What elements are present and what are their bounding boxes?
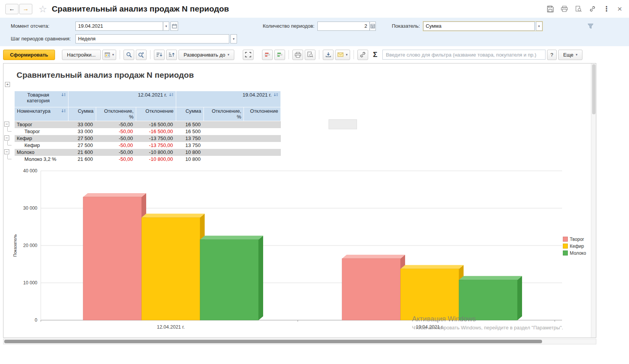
row-name-cell[interactable]: Молоко	[15, 149, 68, 156]
calendar-button[interactable]	[170, 22, 178, 31]
row-value-cell[interactable]: 33 000	[68, 128, 96, 135]
toolbar-print-button[interactable]	[292, 50, 303, 60]
row-name-cell[interactable]: Творог	[15, 121, 68, 128]
download-button[interactable]	[323, 50, 334, 60]
get-link-button[interactable]	[357, 50, 368, 60]
help-button[interactable]: ?	[547, 50, 557, 60]
filter-funnel-icon[interactable]	[587, 23, 594, 29]
row-value-cell[interactable]	[204, 128, 244, 135]
row-value-cell[interactable]	[244, 156, 281, 163]
print-preview-icon[interactable]	[575, 6, 582, 12]
row-value-cell[interactable]	[204, 142, 244, 149]
row-value-cell[interactable]: 10 800	[176, 149, 204, 156]
sort-icon[interactable]	[274, 93, 278, 97]
close-icon[interactable]: ×	[617, 4, 622, 13]
more-button[interactable]: Еще ▾	[558, 50, 582, 60]
more-icon[interactable]: ⋮	[603, 5, 610, 13]
chart-bar[interactable]	[83, 197, 142, 320]
row-value-cell[interactable]: 10 800	[176, 156, 204, 163]
settings-button[interactable]: Настройки...	[62, 50, 101, 60]
sort-icon[interactable]	[61, 109, 66, 113]
generate-button[interactable]: Сформировать	[3, 50, 55, 60]
chart-bar[interactable]	[459, 280, 517, 320]
period-count-picker-button[interactable]	[370, 22, 376, 31]
period2-header[interactable]: 19.04.2021 г.	[176, 91, 281, 107]
table-group-row[interactable]: Молоко21 600-50,00-10 800,0010 800	[15, 149, 281, 156]
table-item-row[interactable]: Молоко 3,2 %21 600-50,00-10 800,0010 800	[15, 156, 281, 163]
outline-expander[interactable]: +	[5, 82, 10, 87]
row-value-cell[interactable]: 21 600	[68, 156, 96, 163]
expand-to-button[interactable]: Разворачивать до ▾	[179, 50, 234, 60]
sort-icon[interactable]	[169, 93, 174, 97]
table-item-row[interactable]: Кефир27 500-50,00-13 750,0013 750	[15, 142, 281, 149]
search-next-button[interactable]	[136, 50, 147, 60]
deviation-column-header[interactable]: Отклонение	[136, 107, 176, 121]
row-value-cell[interactable]: -16 500,00	[136, 128, 176, 135]
row-value-cell[interactable]: -10 800,00	[136, 149, 176, 156]
indicator-dropdown-button[interactable]: ▾	[536, 22, 542, 31]
row-value-cell[interactable]	[244, 121, 281, 128]
sort-ascending-button[interactable]	[166, 50, 177, 60]
row-value-cell[interactable]	[244, 128, 281, 135]
row-value-cell[interactable]	[244, 149, 281, 156]
chart-settings-red-button[interactable]	[262, 50, 273, 60]
table-group-row[interactable]: Кефир27 500-50,00-13 750,0013 750	[15, 135, 281, 142]
chart-bar[interactable]	[142, 217, 200, 320]
sort-descending-button[interactable]	[154, 50, 165, 60]
sum-column-header[interactable]: Сумма	[68, 107, 96, 121]
quick-filter-input[interactable]	[382, 50, 546, 60]
moment-input[interactable]	[75, 22, 163, 31]
group-collapse-expander[interactable]: −	[4, 122, 9, 127]
step-dropdown-button[interactable]: ▾	[230, 34, 237, 43]
period-count-input[interactable]	[317, 22, 370, 31]
horizontal-scrollbar[interactable]	[3, 339, 596, 344]
row-value-cell[interactable]	[244, 142, 281, 149]
row-value-cell[interactable]: -13 750,00	[136, 135, 176, 142]
row-value-cell[interactable]: 33 000	[68, 121, 96, 128]
period1-header[interactable]: 12.04.2021 г.	[68, 91, 176, 107]
toolbar-preview-button[interactable]	[305, 50, 315, 60]
row-value-cell[interactable]	[204, 121, 244, 128]
sum-column-header[interactable]: Сумма	[176, 107, 204, 121]
indicator-input[interactable]	[423, 22, 535, 31]
row-name-cell[interactable]: Молоко 3,2 %	[15, 156, 68, 163]
row-value-cell[interactable]: 27 500	[68, 142, 96, 149]
row-value-cell[interactable]: -16 500,00	[136, 121, 176, 128]
row-value-cell[interactable]: -50,00	[96, 156, 136, 163]
chart-bar[interactable]	[200, 239, 259, 320]
row-value-cell[interactable]: 21 600	[68, 149, 96, 156]
group-collapse-expander[interactable]: −	[4, 149, 9, 154]
row-value-cell[interactable]: 13 750	[176, 135, 204, 142]
group-collapse-expander[interactable]: −	[4, 135, 9, 140]
print-icon[interactable]	[561, 6, 568, 12]
totals-sigma-icon[interactable]: Σ	[373, 50, 377, 59]
save-icon[interactable]	[547, 6, 554, 12]
deviation-pct-column-header[interactable]: Отклонение, %	[204, 107, 244, 121]
horizontal-scrollbar-thumb[interactable]	[4, 340, 542, 343]
row-value-cell[interactable]: 13 750	[176, 142, 204, 149]
row-name-cell[interactable]: Творог	[15, 128, 68, 135]
vertical-scrollbar-thumb[interactable]	[592, 64, 596, 114]
vertical-scrollbar[interactable]	[591, 63, 596, 337]
row-value-cell[interactable]: -50,00	[96, 121, 136, 128]
table-item-row[interactable]: Творог33 000-50,00-16 500,0016 500	[15, 128, 281, 135]
row-name-cell[interactable]: Кефир	[15, 142, 68, 149]
chart-settings-green-button[interactable]	[274, 50, 285, 60]
row-value-cell[interactable]: -13 750,00	[136, 142, 176, 149]
nomenclature-column-header[interactable]: Номенклатура	[15, 107, 68, 121]
chart-bar[interactable]	[400, 269, 459, 320]
category-column-header[interactable]: Товарная категория	[15, 91, 68, 107]
table-group-row[interactable]: Творог33 000-50,00-16 500,0016 500	[15, 121, 281, 128]
deviation-column-header[interactable]: Отклонение	[244, 107, 281, 121]
row-value-cell[interactable]: -50,00	[96, 135, 136, 142]
row-value-cell[interactable]: -50,00	[96, 149, 136, 156]
link-icon[interactable]	[589, 5, 596, 12]
fullscreen-button[interactable]	[243, 50, 254, 60]
moment-dropdown-button[interactable]: ▾	[163, 22, 169, 31]
row-value-cell[interactable]: 16 500	[176, 121, 204, 128]
row-value-cell[interactable]	[204, 135, 244, 142]
favorite-star-icon[interactable]: ☆	[38, 4, 47, 14]
row-value-cell[interactable]: -50,00	[96, 128, 136, 135]
back-button[interactable]: ←	[5, 4, 18, 14]
chart-bar[interactable]	[342, 259, 400, 320]
